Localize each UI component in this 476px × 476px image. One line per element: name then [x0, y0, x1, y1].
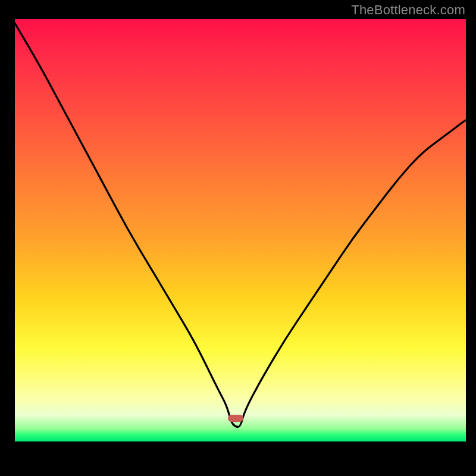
chart-frame: TheBottleneck.com: [0, 0, 476, 476]
bottleneck-curve: [15, 19, 466, 459]
curve-path: [15, 23, 466, 427]
minimum-marker: [228, 415, 243, 422]
watermark-text: TheBottleneck.com: [351, 2, 465, 18]
plot-area: [15, 19, 466, 459]
